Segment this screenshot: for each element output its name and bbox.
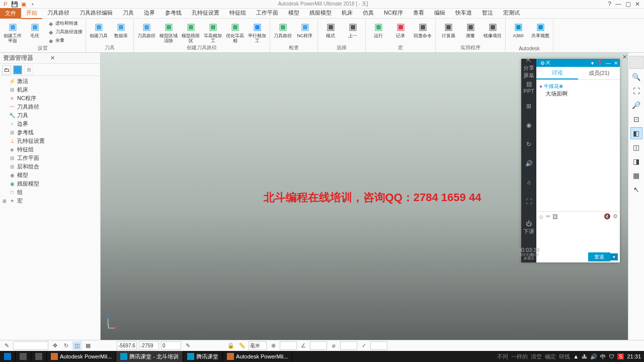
view-shaded-icon[interactable]: ◧ [630,127,642,139]
tree-item[interactable]: ◉模型 [1,171,99,179]
view-wireframe-icon[interactable]: ◫ [630,141,642,153]
ribbon-tab-2[interactable]: 刀具路径编辑 [74,8,118,19]
ribbon-item[interactable]: ▣数据库 [110,20,131,39]
ribbon-item[interactable]: ▣毛坯 [24,20,45,39]
status-unit[interactable]: 毫米 [249,341,267,350]
zoom-in-icon[interactable]: 🔍 [630,71,642,83]
status-target-icon[interactable]: ⊕ [269,341,278,350]
status-pencil2-icon[interactable]: ✎ [183,341,192,350]
taskbar-item[interactable]: Autodesk PowerMil... [47,351,116,362]
taskbar-item[interactable] [0,351,16,362]
status-coord-y[interactable]: -2759 [139,341,159,350]
tray-text-3[interactable]: 清空 [531,353,542,360]
explorer-tool-2[interactable]: 🌐 [13,65,22,74]
ribbon-item[interactable]: ◆刀具路径连接 [46,28,84,36]
tray-shield-icon[interactable]: 🛡 [609,353,614,359]
tree-item[interactable]: ≡NC程序 [1,94,99,103]
chat-side-refresh[interactable]: ↻ [523,137,534,151]
taskbar-item[interactable] [31,351,47,362]
emoji-icon[interactable]: ☺ [538,214,544,220]
qat-dropdown-icon[interactable]: ▾ [29,1,36,8]
zoom-fit-icon[interactable]: ⛶ [630,85,642,97]
ribbon-item[interactable]: ▣优化等高精 [224,20,246,44]
chat-side-full[interactable]: ⛶ [523,195,534,209]
tree-item[interactable]: ⊞工作平面 [1,154,99,162]
chat-min-icon[interactable]: — [606,60,611,66]
explorer-tool-3[interactable]: ⊞ [24,65,33,74]
chat-close-icon[interactable]: ✕ [614,60,618,66]
tray-text-5[interactable]: 研线 [559,353,570,360]
status-lock-icon[interactable]: 🔒 [226,341,235,350]
viewport-close-icon[interactable]: ✕ [622,54,627,60]
tree-item[interactable]: ⊞参考线 [1,128,99,137]
ribbon-item[interactable]: ▣模式 [320,20,341,39]
zoom-window-icon[interactable]: ⊡ [630,113,642,125]
status-grid-icon[interactable]: ▦ [84,341,93,350]
tree-item[interactable]: ⊞机床 [1,85,99,94]
chat-dropdown-icon[interactable]: ▾ [591,60,594,66]
chat-side-audio[interactable]: 🔊 [523,156,534,170]
ribbon-item[interactable]: ▣A360 [508,20,529,39]
ribbon-item[interactable]: ▣等高精加工 [202,20,223,44]
ribbon-item[interactable]: ◆进给和转速 [46,20,84,28]
ribbon-tab-6[interactable]: 孔特征设置 [187,8,224,19]
view-cube[interactable] [629,56,643,69]
file-tab[interactable]: 文件 [0,8,21,19]
status-pencil-icon[interactable]: ✎ [2,341,11,350]
ribbon-item[interactable]: ▣刀具路径 [136,20,157,39]
tree-item[interactable]: 🔧刀具 [1,111,99,120]
status-ruler-icon[interactable]: 📏 [237,341,247,350]
chat-side-ppt[interactable]: ▤PPT [523,80,534,94]
minimize-icon[interactable]: — [615,1,621,8]
ribbon-item[interactable]: ▣创建工作平面 [2,20,23,44]
scissors-icon[interactable]: ✂ [546,213,550,220]
tray-up-icon[interactable]: ▲ [573,353,579,359]
ribbon-item[interactable]: ▣运行 [368,20,389,39]
tree-item[interactable]: ◈特征组 [1,145,99,154]
ribbon-tab-4[interactable]: 边界 [139,8,160,19]
status-inp1[interactable] [280,341,297,350]
status-coord-x[interactable]: -5697.6 [117,341,137,350]
status-check-icon[interactable]: ✓ [359,341,368,350]
chat-end-button[interactable]: ⏻ 下课 [523,221,534,235]
ribbon-tab-15[interactable]: 编辑 [429,8,450,19]
ribbon-tab-11[interactable]: 机床 [337,8,358,19]
ribbon-item[interactable]: ◆余量 [46,37,84,45]
tray-ime-icon[interactable]: 中 [600,353,606,360]
explorer-tool-1[interactable]: 🗀 [2,65,11,74]
ribbon-item[interactable]: ▣镜像项目 [482,20,503,39]
status-scale-icon[interactable]: ◫ [72,341,82,350]
taskbar-item[interactable]: Autodesk PowerMil... [223,351,292,362]
chat-compose[interactable] [536,221,620,251]
status-inp2[interactable] [310,341,327,350]
tree-item[interactable]: 〰刀具路径 [1,103,99,111]
ribbon-tab-16[interactable]: 快车道 [450,8,477,19]
viewport[interactable]: 北斗编程在线培训，咨询QQ：2784 1659 44 Z │ └─X ✕ 🔍 ⛶… [101,53,644,342]
ribbon-tab-18[interactable]: 宏测试 [498,8,525,19]
taskbar-item[interactable]: 腾讯课堂 - 北斗培训 [116,351,183,362]
tree-expand-icon[interactable]: ⊞ [2,199,7,204]
status-inp3[interactable] [340,341,357,350]
tree-item[interactable]: ⊥孔特征设置 [1,137,99,145]
tray-net-icon[interactable]: 🖧 [582,353,587,359]
status-dropdown[interactable] [13,341,48,350]
ribbon-tab-5[interactable]: 参考线 [160,8,187,19]
send-dropdown-icon[interactable]: ▾ [610,253,618,260]
tray-text-1[interactable]: 不同 [497,353,508,360]
status-rotate-icon[interactable]: ↻ [61,341,70,350]
open-icon[interactable]: ▣ [20,1,27,8]
help-icon[interactable]: ? [608,1,611,8]
ribbon-tab-0[interactable]: 开始 [21,8,42,19]
image-icon[interactable]: 🖼 [552,214,558,220]
tree-item[interactable]: ○边界 [1,120,99,128]
tray-time[interactable]: 21:31 [627,353,641,359]
tray-s-icon[interactable]: S [617,353,624,359]
tray-text-4[interactable]: 确定 [545,353,556,360]
chat-gear-icon[interactable]: ⚙ ⇱ [540,60,550,66]
status-angle-icon[interactable]: ∠ [299,341,308,350]
chat-tab-members[interactable]: 成员(21) [578,67,620,79]
ribbon-tab-3[interactable]: 刀具 [118,8,139,19]
chat-tab-discuss[interactable]: 讨论 [536,67,578,79]
ribbon-item[interactable]: ▣创建刀具 [88,20,109,39]
ribbon-tab-14[interactable]: 查看 [408,8,429,19]
